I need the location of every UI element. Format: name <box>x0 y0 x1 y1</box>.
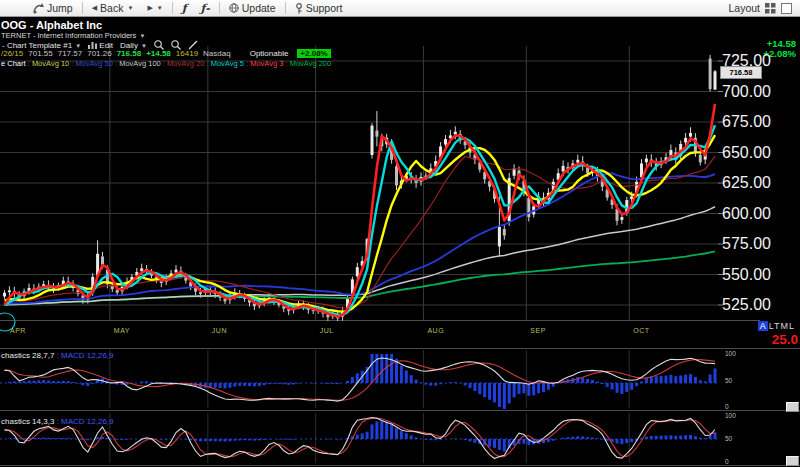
update-label: Update <box>242 2 276 14</box>
panel-axis-label: 50 <box>725 435 732 442</box>
quote-change: +14.58 <box>146 49 171 58</box>
back-icon: ◀ <box>92 4 97 12</box>
symbol-dash: - <box>30 19 34 31</box>
quote-open: 701.55 <box>28 49 52 58</box>
price-axis-label: 550.00 <box>722 266 798 284</box>
toolbar-left: Jump ◀ Back ▼ ▶ ▼ ƒ ƒ- <box>0 0 349 16</box>
jump-icon <box>33 3 44 14</box>
price-axis-label: 700.00 <box>722 83 798 101</box>
month-label: APR <box>10 327 26 334</box>
forward-button[interactable]: ▶ ▼ <box>140 0 169 16</box>
price-axis-label: 575.00 <box>722 235 798 253</box>
price-axis-label: 525.00 <box>722 296 798 314</box>
forward-dropdown-icon[interactable]: ▼ <box>157 5 163 11</box>
legend-item[interactable]: MovAvg 100 <box>119 59 161 68</box>
toolbar-right: Layout <box>728 0 800 16</box>
typeahead-highlight: A <box>758 321 768 331</box>
indicator-legend: e Chart : MovAvg 10 : MovAvg 50 : MovAvg… <box>1 59 331 68</box>
panel-axis-label: 0 <box>725 403 729 410</box>
moving-averages-layer <box>5 104 716 317</box>
price-axis-label: 675.00 <box>722 113 798 131</box>
indicator-panel-layer <box>0 354 718 409</box>
toolbar-separator <box>285 2 286 14</box>
panel1-stochastic-label: chastics 28,7,7 <box>1 351 54 360</box>
toolbar-separator <box>172 2 173 14</box>
panel-axis-label: 100 <box>725 412 736 419</box>
industry-dropdown[interactable]: TERNET - Internet Information Providers … <box>1 31 145 40</box>
layout-grid-icon[interactable] <box>765 3 776 14</box>
quote-high: 717.57 <box>58 49 82 58</box>
panel-splitter-grip[interactable] <box>786 456 799 466</box>
toolbar-separator <box>219 2 220 14</box>
red-axis-value: 25.0 <box>772 332 798 347</box>
month-label: MAY <box>114 327 130 334</box>
symbol-typeahead: A LTML <box>758 321 795 331</box>
month-label: AUG <box>427 327 444 334</box>
support-label: Support <box>306 2 343 14</box>
panel2-label[interactable]: chastics 14,3,3 : MACD 12,26,9 <box>1 417 114 426</box>
industry-dropdown-icon: ▼ <box>139 33 145 39</box>
back-label: Back <box>100 2 123 14</box>
formula-icon: ƒ <box>182 2 187 15</box>
legend-item[interactable]: MovAvg 50 <box>76 59 113 68</box>
legend-item[interactable]: MovAvg 5 <box>211 59 244 68</box>
price-axis-label: 650.00 <box>722 144 798 162</box>
quote-exchange: Nasdaq <box>203 49 231 58</box>
panel2-macd-label: MACD 12,26,9 <box>61 417 113 426</box>
app-window: Jump ◀ Back ▼ ▶ ▼ ƒ ƒ- <box>0 0 800 467</box>
month-label: OCT <box>633 327 649 334</box>
industry-label: TERNET - Internet Information Providers <box>1 31 136 40</box>
panel-splitter-grip[interactable] <box>786 402 799 412</box>
panel-axis-label: 50 <box>725 377 732 384</box>
panel2-stochastic-label: chastics 14,3,3 <box>1 417 54 426</box>
legend-item[interactable]: MovAvg 10 <box>32 59 69 68</box>
jump-label: Jump <box>47 2 73 14</box>
month-label: SEP <box>530 327 546 334</box>
panel-axis-label: 100 <box>725 350 736 357</box>
layout-window-icon[interactable] <box>781 3 792 14</box>
grid-layer <box>0 46 800 466</box>
back-button[interactable]: ◀ Back ▼ <box>85 0 141 16</box>
quote-volume: 16419 <box>176 49 198 58</box>
legend-item[interactable]: MovAvg 200 <box>290 59 332 68</box>
price-axis-label: 625.00 <box>722 174 798 192</box>
quote-close: 716.58 <box>117 49 141 58</box>
quote-low: 701.26 <box>87 49 111 58</box>
panel-axis-label: 0 <box>725 458 729 465</box>
price-chart-canvas[interactable] <box>0 0 800 467</box>
toolbar: Jump ◀ Back ▼ ▶ ▼ ƒ ƒ- <box>0 0 800 17</box>
key-icon <box>295 3 303 14</box>
forward-icon: ▶ <box>147 4 152 12</box>
globe-icon <box>229 3 239 13</box>
legend-item[interactable]: e Chart <box>1 59 26 68</box>
support-button[interactable]: Support <box>288 0 350 16</box>
legend-item[interactable]: MovAvg 3 <box>250 59 283 68</box>
legend-item[interactable]: MovAvg 20 <box>167 59 204 68</box>
formula-minus-icon: ƒ- <box>200 2 209 15</box>
toolbar-separator <box>82 2 83 14</box>
update-button[interactable]: Update <box>222 0 283 16</box>
formula-button[interactable]: ƒ <box>175 0 194 16</box>
panel1-macd-label: MACD 12,26,9 <box>61 351 113 360</box>
formula-minus-button[interactable]: ƒ- <box>193 0 216 16</box>
panel1-label[interactable]: chastics 28,7,7 : MACD 12,26,9 <box>1 351 114 360</box>
percent-change-badge: +2.08% <box>297 49 330 58</box>
quote-date: /26/15 <box>1 49 23 58</box>
company-name: Alphabet Inc <box>36 19 102 31</box>
month-label: JUN <box>212 327 227 334</box>
price-axis-label: 600.00 <box>722 205 798 223</box>
typeahead-rest: LTML <box>769 321 795 331</box>
back-dropdown-icon[interactable]: ▼ <box>127 5 133 11</box>
month-label: JUL <box>320 327 334 334</box>
quote-optionable: Optionable <box>250 49 289 58</box>
jump-button[interactable]: Jump <box>26 0 80 16</box>
last-price-marker: 716.58 <box>720 66 762 79</box>
symbol-ticker[interactable]: OOG <box>1 19 27 31</box>
symbol-header: OOG - Alphabet Inc <box>1 19 102 31</box>
quote-row: /26/15 701.55 717.57 701.26 716.58 +14.5… <box>1 49 331 58</box>
layout-label: Layout <box>728 2 760 14</box>
